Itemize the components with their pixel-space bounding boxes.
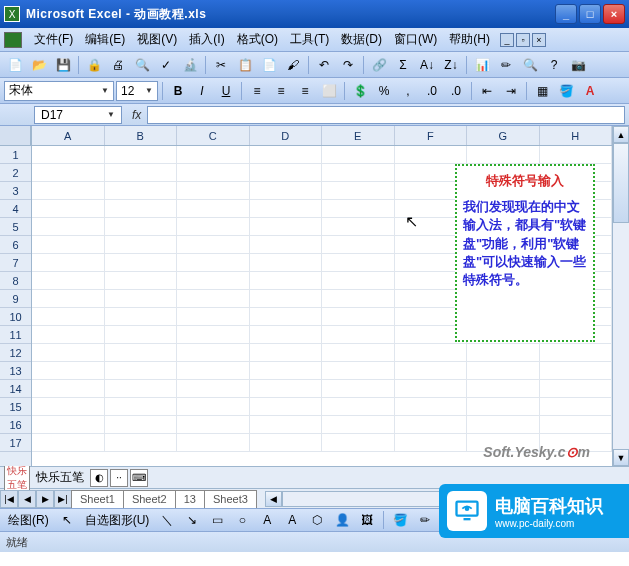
cell[interactable] [32,290,105,307]
column-header[interactable]: E [322,126,395,145]
tab-last-button[interactable]: ▶| [54,490,72,508]
cell[interactable] [177,344,250,361]
cell[interactable] [250,146,323,163]
cell[interactable] [32,200,105,217]
cell[interactable] [105,308,178,325]
oval-button[interactable]: ○ [231,509,253,531]
cell[interactable] [395,398,468,415]
cell[interactable] [467,344,540,361]
spelling-button[interactable]: ✓ [155,54,177,76]
cell[interactable] [467,146,540,163]
cell[interactable] [177,416,250,433]
cell[interactable] [105,272,178,289]
fill-color-button[interactable]: 🪣 [555,80,577,102]
research-button[interactable]: 🔬 [179,54,201,76]
close-button[interactable]: × [603,4,625,24]
row-header[interactable]: 3 [0,182,31,200]
tab-next-button[interactable]: ▶ [36,490,54,508]
merge-button[interactable]: ⬜ [318,80,340,102]
cell[interactable] [322,398,395,415]
cell[interactable] [32,146,105,163]
cell[interactable] [32,236,105,253]
cell[interactable] [395,434,468,451]
scroll-thumb[interactable] [613,143,629,223]
paste-button[interactable]: 📄 [258,54,280,76]
cell[interactable] [322,434,395,451]
sheet-tab[interactable]: Sheet1 [71,490,124,508]
cell[interactable] [250,326,323,343]
cell[interactable] [250,164,323,181]
cell[interactable] [177,164,250,181]
line-button[interactable]: ＼ [156,509,178,531]
bold-button[interactable]: B [167,80,189,102]
text-box[interactable]: 特殊符号输入 我们发现现在的中文输入法，都具有"软键盘"功能，利用"软键盘"可以… [455,164,595,342]
percent-button[interactable]: % [373,80,395,102]
cell[interactable] [105,200,178,217]
borders-button[interactable]: ▦ [531,80,553,102]
cell[interactable] [322,254,395,271]
mdi-restore-button[interactable]: ▫ [516,33,530,47]
cell[interactable] [177,254,250,271]
cell[interactable] [250,200,323,217]
cell[interactable] [322,308,395,325]
cell[interactable] [322,200,395,217]
cell[interactable] [177,236,250,253]
tab-prev-button[interactable]: ◀ [18,490,36,508]
formula-bar[interactable] [147,106,625,124]
cell[interactable] [177,308,250,325]
cell[interactable] [32,326,105,343]
cell[interactable] [32,272,105,289]
increase-indent-button[interactable]: ⇥ [500,80,522,102]
format-painter-button[interactable]: 🖌 [282,54,304,76]
menu-tools[interactable]: 工具(T) [284,29,335,50]
camera-button[interactable]: 📷 [567,54,589,76]
maximize-button[interactable]: □ [579,4,601,24]
undo-button[interactable]: ↶ [313,54,335,76]
row-header[interactable]: 14 [0,380,31,398]
menu-window[interactable]: 窗口(W) [388,29,443,50]
cell[interactable] [32,164,105,181]
column-header[interactable]: F [395,126,468,145]
italic-button[interactable]: I [191,80,213,102]
cell[interactable] [250,362,323,379]
hyperlink-button[interactable]: 🔗 [368,54,390,76]
row-header[interactable]: 8 [0,272,31,290]
menu-file[interactable]: 文件(F) [28,29,79,50]
cell[interactable] [105,218,178,235]
row-header[interactable]: 6 [0,236,31,254]
cell[interactable] [250,308,323,325]
cell[interactable] [177,218,250,235]
select-all-corner[interactable] [0,126,31,146]
decrease-indent-button[interactable]: ⇤ [476,80,498,102]
menu-help[interactable]: 帮助(H) [443,29,496,50]
save-button[interactable]: 💾 [52,54,74,76]
draw-menu[interactable]: 绘图(R) [4,512,53,529]
arrow-button[interactable]: ↘ [181,509,203,531]
autoshapes-menu[interactable]: 自选图形(U) [81,512,154,529]
cell[interactable] [105,182,178,199]
row-header[interactable]: 5 [0,218,31,236]
cell[interactable] [105,398,178,415]
cell[interactable] [322,362,395,379]
fx-label[interactable]: fx [132,108,141,122]
cell[interactable] [32,398,105,415]
row-header[interactable]: 1 [0,146,31,164]
zoom-button[interactable]: 🔍 [519,54,541,76]
menu-data[interactable]: 数据(D) [335,29,388,50]
line-color-button[interactable]: ✏ [414,509,436,531]
diagram-button[interactable]: ⬡ [306,509,328,531]
cell[interactable] [105,362,178,379]
cell[interactable] [467,416,540,433]
cell[interactable] [467,362,540,379]
cell[interactable] [395,146,468,163]
align-left-button[interactable]: ≡ [246,80,268,102]
row-header[interactable]: 11 [0,326,31,344]
open-button[interactable]: 📂 [28,54,50,76]
increase-decimal-button[interactable]: .0 [421,80,443,102]
cell[interactable] [250,398,323,415]
row-header[interactable]: 15 [0,398,31,416]
sheet-tab[interactable]: Sheet2 [123,490,176,508]
ime-mode-button[interactable]: ◐ [90,469,108,487]
scroll-up-button[interactable]: ▲ [613,126,629,143]
drawing-button[interactable]: ✏ [495,54,517,76]
